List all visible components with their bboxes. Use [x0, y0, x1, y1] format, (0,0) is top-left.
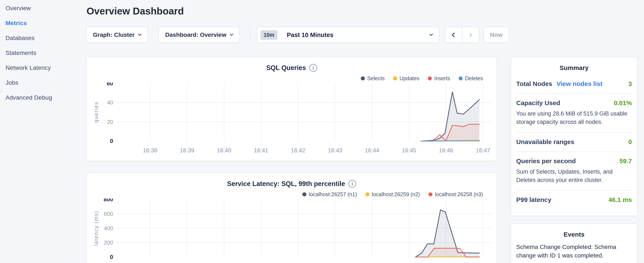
summary-row: Capacity Used0.01%You are using 28.6 MiB… [516, 94, 632, 132]
summary-panel: Summary Total NodesView nodes list3Capac… [511, 57, 638, 216]
sidebar-item-network-latency[interactable]: Network Latency [0, 60, 86, 75]
time-window-dropdown[interactable]: 10m Past 10 Minutes [257, 27, 439, 43]
sql-queries-plot[interactable]: 16:3816:3916:4016:4116:4216:4316:4416:45… [92, 83, 492, 156]
chart-title: SQL Queries [266, 64, 306, 72]
sidebar-item-databases[interactable]: Databases [0, 31, 86, 46]
summary-row-label: Unavailable ranges [516, 138, 574, 146]
chevron-left-icon [452, 33, 457, 38]
svg-text:200: 200 [104, 239, 113, 246]
events-title: Events [516, 231, 632, 238]
time-step-buttons [445, 27, 479, 43]
legend-dot-icon [361, 76, 365, 80]
view-nodes-list-link[interactable]: View nodes list [556, 80, 602, 87]
legend-item: localhost:26258 (n3) [428, 191, 483, 197]
sidebar-item-jobs[interactable]: Jobs [0, 75, 86, 90]
svg-text:20: 20 [107, 119, 113, 125]
summary-row-value: 0 [628, 138, 632, 146]
summary-row-label: P99 latency [516, 196, 551, 203]
graph-dropdown-label: Graph: Cluster [93, 32, 134, 38]
summary-rows: Total NodesView nodes list3Capacity Used… [516, 75, 632, 209]
page-title: Overview Dashboard [86, 6, 644, 16]
chevron-right-icon [468, 33, 472, 38]
legend-label: Updates [400, 75, 419, 82]
chevron-down-icon [230, 32, 233, 36]
chart-title: Service Latency: SQL, 99th percentile [227, 180, 345, 188]
event-item: Schema Change Completed: Schema change w… [516, 243, 632, 263]
charts-column: SQL Queries i SelectsUpdatesInsertsDelet… [86, 57, 497, 263]
sql-queries-chart-card: SQL Queries i SelectsUpdatesInsertsDelet… [86, 57, 497, 161]
summary-row-value: 0.01% [614, 99, 632, 107]
time-window-label: Past 10 Minutes [287, 32, 333, 39]
svg-text:16:42: 16:42 [291, 147, 305, 154]
time-prev-button[interactable] [445, 27, 462, 43]
svg-text:800: 800 [104, 198, 113, 203]
service-latency-chart-card: Service Latency: SQL, 99th percentile i … [86, 173, 497, 263]
chevron-down-icon [429, 32, 433, 36]
sidebar: OverviewMetricsDatabasesStatementsNetwor… [0, 0, 86, 263]
legend-dot-icon [428, 192, 432, 196]
legend-dot-icon [458, 76, 463, 80]
svg-text:latency (ms): latency (ms) [93, 211, 99, 246]
sidebar-item-advanced-debug[interactable]: Advanced Debug [0, 90, 86, 105]
chevron-down-icon [138, 32, 142, 36]
legend-label: Selects [367, 75, 384, 82]
toolbar: Graph: Cluster Dashboard: Overview 10m P… [86, 27, 644, 43]
sidebar-item-metrics[interactable]: Metrics [0, 16, 86, 31]
summary-row-label: Total Nodes [516, 80, 552, 87]
summary-title: Summary [516, 64, 632, 72]
svg-text:40: 40 [107, 100, 113, 106]
svg-text:16:40: 16:40 [217, 147, 231, 154]
summary-row: Unavailable ranges0 [516, 133, 632, 152]
legend-label: localhost:26258 (n3) [435, 191, 483, 197]
svg-text:16:38: 16:38 [143, 147, 157, 154]
time-window-badge: 10m [260, 30, 278, 40]
chart-legend: SelectsUpdatesInsertsDeletes [92, 75, 483, 82]
chart-legend: localhost:26257 (n1)localhost:26259 (n2)… [92, 191, 483, 198]
sidebar-item-overview[interactable]: Overview [0, 1, 86, 16]
toolbar-divider [250, 27, 250, 43]
svg-text:0: 0 [110, 138, 113, 144]
dashboard-content: SQL Queries i SelectsUpdatesInsertsDelet… [86, 57, 644, 263]
legend-label: Inserts [434, 75, 450, 82]
event-message: Schema Change Completed: Schema change w… [516, 243, 632, 260]
sidebar-item-statements[interactable]: Statements [0, 46, 86, 60]
legend-item: Updates [393, 75, 419, 82]
legend-dot-icon [366, 192, 370, 196]
svg-text:queries: queries [93, 102, 99, 123]
time-next-button[interactable] [462, 27, 479, 43]
summary-row: Queries per second59.7Sum of Selects, Up… [516, 152, 632, 190]
legend-dot-icon [302, 192, 306, 196]
sidebar-list: OverviewMetricsDatabasesStatementsNetwor… [0, 1, 86, 105]
svg-text:16:43: 16:43 [328, 147, 342, 154]
events-panel: Events Schema Change Completed: Schema c… [511, 223, 638, 263]
right-column: Summary Total NodesView nodes list3Capac… [511, 57, 638, 263]
summary-row: P99 latency46.1 ms [516, 190, 632, 209]
graph-dropdown[interactable]: Graph: Cluster [86, 27, 148, 43]
info-icon[interactable]: i [348, 180, 356, 188]
legend-dot-icon [428, 76, 432, 80]
svg-text:0: 0 [110, 254, 113, 260]
summary-row-description: Sum of Selects, Updates, Inserts, and De… [516, 168, 632, 184]
events-list: Schema Change Completed: Schema change w… [516, 243, 632, 263]
legend-item: Selects [361, 75, 384, 82]
dashboard-dropdown[interactable]: Dashboard: Overview [158, 27, 240, 43]
now-button[interactable]: Now [484, 27, 509, 43]
summary-row-value: 3 [628, 80, 632, 87]
summary-row-value: 46.1 ms [608, 196, 632, 203]
service-latency-plot[interactable]: 16:3816:3916:4016:4116:4216:4316:4416:45… [92, 198, 492, 263]
svg-text:16:45: 16:45 [402, 147, 416, 154]
summary-row-description: You are using 28.6 MiB of 515.9 GiB usab… [516, 110, 632, 126]
svg-text:600: 600 [104, 211, 113, 217]
legend-item: localhost:26257 (n1) [302, 191, 357, 197]
svg-text:400: 400 [104, 225, 113, 231]
info-icon[interactable]: i [309, 64, 317, 72]
event-timestamp: May 13, 2020 at 4:45 PM [516, 262, 632, 263]
svg-text:60: 60 [107, 83, 113, 87]
legend-label: localhost:26259 (n2) [372, 191, 420, 197]
legend-item: localhost:26259 (n2) [366, 191, 420, 197]
svg-text:16:44: 16:44 [365, 147, 379, 154]
legend-dot-icon [393, 76, 397, 80]
svg-text:16:46: 16:46 [439, 147, 453, 154]
summary-row-label: Capacity Used [516, 99, 560, 107]
summary-row-value: 59.7 [620, 157, 632, 165]
